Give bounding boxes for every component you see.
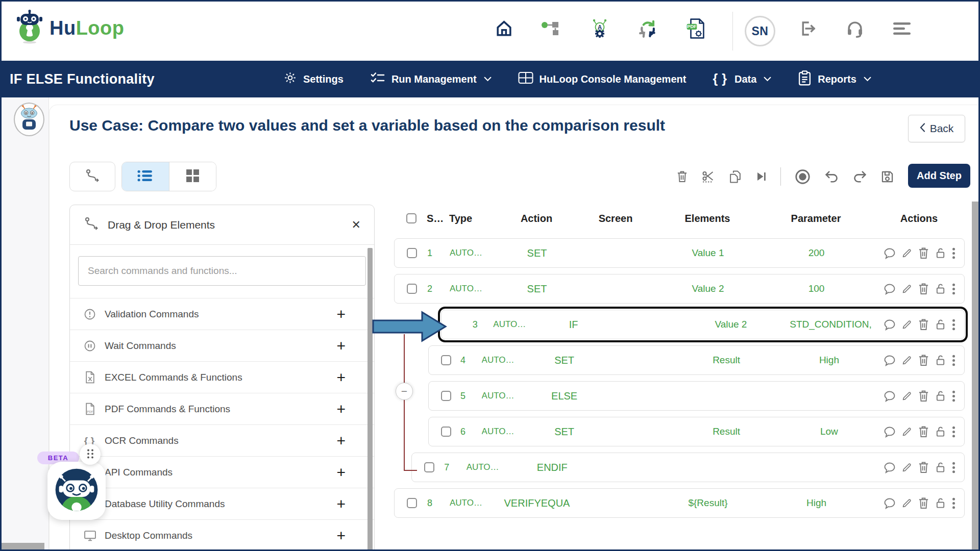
comment-icon[interactable]	[884, 247, 896, 259]
nav-item[interactable]: Run Management	[370, 71, 492, 87]
lock-icon[interactable]	[935, 461, 946, 473]
grid-view-button[interactable]	[169, 162, 216, 191]
more-icon[interactable]	[951, 425, 956, 438]
nav-item[interactable]: Settings	[283, 71, 344, 87]
lock-icon[interactable]	[935, 390, 946, 402]
automation-icon[interactable]: A	[589, 18, 610, 39]
row-checkbox[interactable]	[407, 498, 417, 508]
comment-icon[interactable]	[884, 319, 896, 331]
row-checkbox[interactable]	[441, 355, 451, 365]
delete-icon[interactable]	[676, 170, 688, 183]
comment-icon[interactable]	[884, 426, 896, 438]
expand-plus-icon[interactable]: +	[336, 528, 346, 543]
back-button[interactable]: Back	[908, 115, 965, 142]
command-category-item[interactable]: Wait Commands +	[70, 330, 374, 361]
collapse-block-button[interactable]: −	[396, 383, 413, 400]
sync-icon[interactable]	[638, 18, 658, 39]
list-view-button[interactable]	[122, 162, 169, 191]
copy-icon[interactable]	[729, 170, 742, 184]
save-icon[interactable]	[880, 170, 894, 184]
nav-item[interactable]: HuLoop Console Management	[518, 71, 687, 87]
row-checkbox[interactable]	[424, 462, 434, 472]
row-checkbox[interactable]	[441, 427, 451, 437]
delete-icon[interactable]	[918, 461, 929, 474]
menu-icon[interactable]	[893, 21, 912, 36]
delete-icon[interactable]	[918, 246, 929, 260]
expand-plus-icon[interactable]: +	[336, 307, 346, 322]
lock-icon[interactable]	[935, 425, 946, 438]
search-input[interactable]	[79, 257, 365, 285]
step-row[interactable]: 3 AUTO… IF Value 2 STD_CONDITION,	[441, 310, 965, 339]
step-row[interactable]: 4 AUTO… SET Result High	[428, 345, 965, 375]
undo-icon[interactable]	[824, 170, 839, 184]
comment-icon[interactable]	[884, 497, 896, 509]
row-checkbox[interactable]	[407, 284, 417, 294]
edit-icon[interactable]	[901, 391, 912, 402]
more-icon[interactable]	[951, 354, 956, 367]
command-category-item[interactable]: Database Utility Commands +	[70, 488, 374, 519]
expand-plus-icon[interactable]: +	[336, 465, 346, 480]
lock-icon[interactable]	[935, 283, 946, 295]
assistant-robot-avatar[interactable]	[14, 103, 44, 136]
lock-icon[interactable]	[935, 497, 946, 509]
edit-icon[interactable]	[901, 319, 912, 330]
step-row[interactable]: 1 AUTO… SET Value 1 200	[394, 238, 965, 268]
delete-icon[interactable]	[918, 282, 929, 295]
record-icon[interactable]	[794, 168, 811, 185]
step-row[interactable]: 5 AUTO… ELSE	[428, 381, 965, 411]
command-category-item[interactable]: EXCEL Commands & Functions +	[70, 361, 374, 393]
close-icon[interactable]: ✕	[352, 219, 361, 231]
more-icon[interactable]	[951, 283, 956, 295]
chatbot-launcher[interactable]	[47, 462, 106, 520]
flow-view-button[interactable]	[69, 162, 115, 191]
expand-plus-icon[interactable]: +	[336, 370, 346, 385]
cut-icon[interactable]	[701, 170, 716, 184]
edit-icon[interactable]	[901, 462, 912, 473]
command-category-item[interactable]: PDF PDF Commands & Functions +	[70, 393, 374, 424]
logout-icon[interactable]	[799, 19, 817, 38]
command-category-item[interactable]: Validation Commands +	[70, 298, 374, 330]
edit-icon[interactable]	[901, 284, 912, 294]
expand-plus-icon[interactable]: +	[336, 338, 346, 354]
home-icon[interactable]	[495, 19, 513, 38]
delete-icon[interactable]	[918, 354, 929, 367]
command-category-item[interactable]: API Commands +	[70, 456, 374, 488]
lock-icon[interactable]	[935, 354, 946, 366]
more-icon[interactable]	[951, 390, 956, 403]
command-category-item[interactable]: { } OCR Commands +	[70, 424, 374, 456]
nav-item[interactable]: { } Data	[713, 72, 771, 86]
vertical-scrollbar[interactable]	[972, 202, 978, 549]
lock-icon[interactable]	[935, 318, 946, 331]
expand-plus-icon[interactable]: +	[336, 402, 346, 417]
delete-icon[interactable]	[918, 496, 929, 510]
command-category-item[interactable]: Desktop Commands +	[70, 519, 374, 551]
more-icon[interactable]	[951, 461, 956, 474]
lock-icon[interactable]	[935, 247, 946, 259]
select-all-checkbox[interactable]	[406, 213, 416, 223]
pdf-settings-icon[interactable]: PDF	[686, 18, 706, 39]
edit-icon[interactable]	[901, 248, 912, 259]
edit-icon[interactable]	[901, 355, 912, 366]
headset-icon[interactable]	[845, 19, 865, 38]
row-checkbox[interactable]	[441, 391, 451, 401]
expand-plus-icon[interactable]: +	[336, 496, 346, 512]
comment-icon[interactable]	[884, 462, 896, 473]
step-row[interactable]: 7 AUTO… ENDIF	[411, 453, 965, 482]
edit-icon[interactable]	[901, 427, 912, 437]
delete-icon[interactable]	[918, 389, 929, 403]
comment-icon[interactable]	[884, 283, 896, 295]
user-avatar[interactable]: SN	[745, 16, 775, 46]
comment-icon[interactable]	[884, 355, 896, 366]
panel-scrollbar[interactable]	[368, 248, 373, 551]
comment-icon[interactable]	[884, 390, 896, 402]
more-icon[interactable]	[951, 497, 956, 510]
more-icon[interactable]	[951, 318, 956, 331]
add-step-button[interactable]: Add Step	[908, 164, 970, 188]
horizontal-scrollbar[interactable]	[2, 543, 44, 549]
skip-end-icon[interactable]	[755, 170, 767, 183]
redo-icon[interactable]	[852, 170, 867, 184]
expand-plus-icon[interactable]: +	[336, 433, 346, 448]
workflow-icon[interactable]	[541, 19, 561, 38]
delete-icon[interactable]	[918, 318, 929, 331]
widget-drag-handle[interactable]	[80, 444, 101, 465]
